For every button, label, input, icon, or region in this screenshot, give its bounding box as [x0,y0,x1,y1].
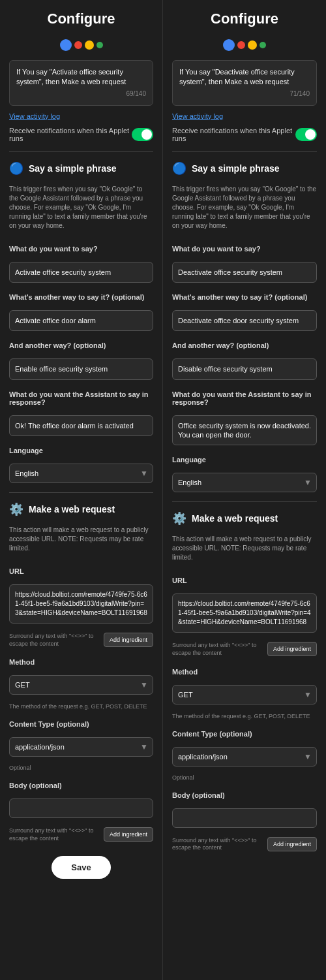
left-notification-row: Receive notifications when this Applet r… [9,127,153,142]
left-body-ingredient-row: Surround any text with "<<>>" to escape … [9,827,153,842]
left-content-type-select[interactable]: application/json [9,737,153,757]
left-method-select[interactable]: GET [9,675,153,695]
right-action-header: ⚙️ Make a web request [172,511,317,526]
left-phrase-icon: 🔵 [9,161,23,176]
dot-red [74,41,82,49]
dot-green [96,42,103,48]
right-what-to-say-input[interactable]: Deactivate office security system [172,262,317,283]
right-trigger-header: 🔵 Say a simple phrase [172,161,317,176]
google-logo-right [172,39,317,51]
left-content-type-label: Content Type (optional) [9,720,153,728]
right-panel: Configure If You say "Deactivate office … [163,0,326,980]
right-body-ingredient-hint: Surround any text with "<<>>" to escape … [172,837,263,852]
dot-green-r [259,42,266,48]
left-language-label: Language [9,447,153,454]
left-save-button[interactable]: Save [52,856,110,879]
right-trigger-desc: This trigger fires when you say "Ok Goog… [172,185,317,230]
right-method-wrapper: GET ▼ [172,685,317,704]
left-content-type-wrapper: application/json ▼ [9,737,153,757]
left-method-wrapper: GET ▼ [9,675,153,695]
left-panel: Configure If You say "Activate office se… [0,0,163,980]
left-another-way-input[interactable]: Enable office security system [9,358,153,379]
left-divider-1 [9,151,153,152]
right-trigger-title: Say a simple phrase [192,163,280,174]
right-body-ingredient-row: Surround any text with "<<>>" to escape … [172,837,317,852]
right-alt-way-input[interactable]: Deactivate office door security system [172,310,317,331]
left-language-wrapper: English ▼ [9,464,153,483]
left-body-add-ingredient[interactable]: Add ingredient [104,827,153,842]
dot-red-r [237,41,245,49]
left-alt-way-input[interactable]: Activate office door alarm [9,310,153,331]
right-title: Configure [172,8,317,33]
right-action-desc: This action will make a web request to a… [172,535,317,562]
right-url-ingredient-hint: Surround any text with "<<>>" to escape … [172,642,263,657]
right-phrase-icon: 🔵 [172,161,186,176]
right-content-type-wrapper: application/json ▼ [172,747,317,767]
left-url-box[interactable]: https://cloud.boltiot.com/remote/4749fe7… [9,584,153,624]
left-title: Configure [9,8,153,33]
right-url-ingredient-row: Surround any text with "<<>>" to escape … [172,642,317,657]
right-content-type-select[interactable]: application/json [172,747,317,767]
right-what-to-say-label: What do you want to say? [172,245,317,253]
right-divider-2 [172,501,317,502]
right-body-add-ingredient[interactable]: Add ingredient [267,837,317,851]
left-web-request-icon: ⚙️ [9,502,23,516]
right-language-label: Language [172,456,317,464]
left-action-header: ⚙️ Make a web request [9,502,153,516]
left-url-ingredient-row: Surround any text with "<<>>" to escape … [9,633,153,648]
left-body-ingredient-hint: Surround any text with "<<>>" to escape … [9,827,100,842]
left-char-count: 69/140 [16,89,146,99]
right-method-select[interactable]: GET [172,685,317,704]
right-url-add-ingredient[interactable]: Add ingredient [267,642,317,656]
right-method-label: Method [172,668,317,676]
left-activity-log[interactable]: View activity log [9,112,153,120]
right-activity-log[interactable]: View activity log [172,112,317,120]
right-another-way-input[interactable]: Disable office security system [172,358,317,379]
left-url-ingredient-hint: Surround any text with "<<>>" to escape … [9,633,100,648]
right-notification-row: Receive notifications when this Applet r… [172,127,317,142]
left-divider-2 [9,492,153,493]
right-action-title: Make a web request [192,513,278,524]
left-method-label: Method [9,658,153,666]
left-trigger-desc: This trigger fires when you say "Ok Goog… [9,185,153,230]
dot-blue-r [223,39,235,51]
left-description-text: If You say "Activate office security sys… [16,68,126,86]
right-notification-label: Receive notifications when this Applet r… [172,127,295,142]
right-another-way-label: And another way? (optional) [172,341,317,349]
right-web-request-icon: ⚙️ [172,511,186,526]
left-toggle[interactable] [132,128,153,141]
right-toggle[interactable] [295,128,317,141]
left-what-to-say-label: What do you want to say? [9,245,153,253]
right-body-label: Body (optional) [172,791,317,799]
right-response-label: What do you want the Assistant to say in… [172,390,317,406]
left-response-label: What do you want the Assistant to say in… [9,390,153,406]
right-char-count: 71/140 [179,89,310,99]
left-description-box: If You say "Activate office security sys… [9,60,153,106]
left-action-desc: This action will make a web request to a… [9,526,153,553]
right-description-text: If You say "Deactivate office security s… [179,68,295,86]
right-method-desc: The method of the request e.g. GET, POST… [172,713,317,719]
right-language-select[interactable]: English [172,473,317,492]
left-url-label: URL [9,567,153,575]
left-trigger-title: Say a simple phrase [29,163,117,174]
right-url-box[interactable]: https://cloud.boltiot.com/remote/4749fe7… [172,593,317,633]
left-url-add-ingredient[interactable]: Add ingredient [104,633,153,647]
left-alt-way-label: What's another way to say it? (optional) [9,293,153,301]
right-response-input[interactable]: Office security system is now deactivate… [172,415,317,446]
right-body-input[interactable] [172,808,317,828]
left-what-to-say-input[interactable]: Activate office security system [9,262,153,283]
right-alt-way-label: What's another way to say it? (optional) [172,293,317,301]
right-language-wrapper: English ▼ [172,473,317,492]
left-content-type-optional: Optional [9,765,153,771]
right-description-box: If You say "Deactivate office security s… [172,60,317,106]
left-another-way-label: And another way? (optional) [9,341,153,349]
left-body-input[interactable] [9,798,153,818]
right-divider-1 [172,151,317,152]
left-language-select[interactable]: English [9,464,153,483]
dot-yellow [85,40,94,50]
right-url-label: URL [172,577,317,584]
google-logo-left [9,39,153,51]
left-method-desc: The method of the request e.g. GET, POST… [9,703,153,710]
left-response-input[interactable]: Ok! The office door alarm is activated [9,415,153,436]
right-content-type-label: Content Type (optional) [172,730,317,738]
